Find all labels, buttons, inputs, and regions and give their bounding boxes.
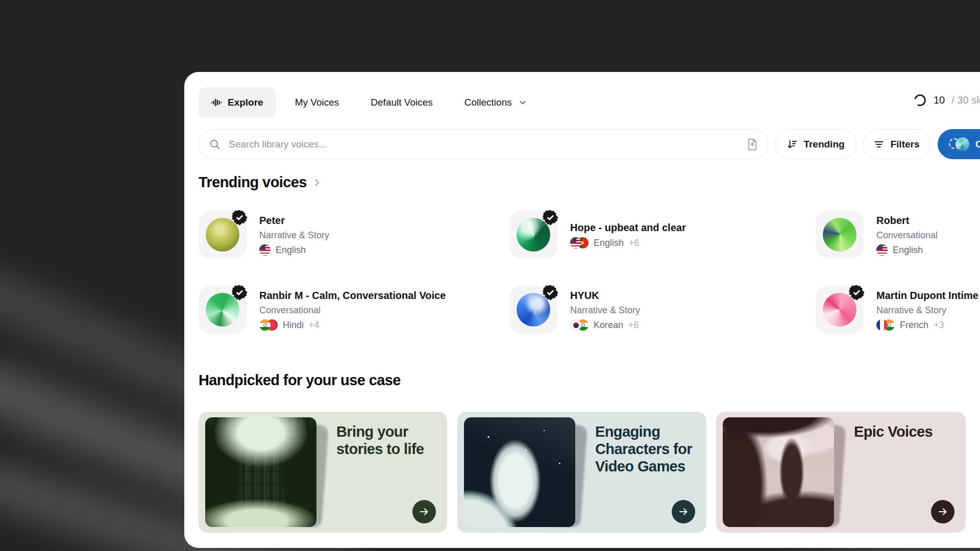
flag-group (570, 237, 589, 248)
voice-language: Hindi (283, 320, 304, 331)
astronaut-illustration (464, 417, 575, 527)
tab-my-voices[interactable]: My Voices (283, 87, 352, 118)
voice-language-row: English (876, 244, 938, 256)
voice-category: Narrative & Story (570, 305, 640, 316)
tab-label: My Voices (295, 97, 339, 108)
search-bar (199, 129, 768, 159)
voice-card-hyuk[interactable]: HYUK Narrative & Story Korean +6 (509, 286, 803, 335)
voice-card-martin[interactable]: Martin Dupont Intime Narrative & Story F… (816, 286, 980, 335)
voice-library-panel: Explore My Voices Default Voices Collect… (184, 72, 980, 548)
warrior-dragon-illustration (723, 417, 834, 527)
voice-category: Narrative & Story (876, 305, 978, 316)
flag-in-icon (259, 319, 271, 331)
library-illustration (205, 417, 316, 527)
voice-language: Korean (594, 320, 623, 331)
filters-button-label: Filters (890, 139, 919, 150)
voice-extra-languages: +4 (309, 320, 320, 331)
flag-us-icon (570, 237, 581, 248)
verified-badge-icon (231, 284, 248, 301)
filters-button[interactable]: Filters (863, 129, 930, 159)
tab-collections[interactable]: Collections (452, 87, 539, 118)
arrow-right-button[interactable] (672, 500, 695, 523)
chevron-down-icon (519, 98, 527, 107)
flag-group (876, 319, 895, 331)
flag-us-icon (259, 244, 271, 256)
voice-avatar[interactable] (199, 286, 247, 334)
voice-language-row: Hindi +4 (259, 319, 446, 331)
flag-fr-icon (876, 319, 888, 331)
voice-avatar-art (823, 218, 856, 252)
filter-lines-icon (873, 139, 885, 150)
voice-category: Conversational (259, 305, 446, 316)
dashed-circle-pie-icon (949, 137, 969, 152)
trending-button-label: Trending (803, 139, 844, 150)
flag-kr-icon (570, 319, 581, 331)
tab-explore[interactable]: Explore (199, 87, 276, 118)
voice-category: Narrative & Story (259, 230, 329, 241)
tab-bar: Explore My Voices Default Voices Collect… (199, 87, 539, 118)
usecase-card-video-games[interactable]: Engaging Characters for Video Games (457, 412, 706, 533)
voice-name: Martin Dupont Intime (876, 290, 978, 302)
voice-language: English (893, 245, 923, 256)
flag-group (259, 319, 278, 331)
voice-name: Peter (259, 215, 329, 227)
slots-used: 10 (934, 94, 945, 106)
tab-label: Default Voices (371, 97, 432, 108)
usecase-card-stories[interactable]: Bring your stories to life (199, 412, 447, 533)
voice-name: HYUK (570, 290, 640, 302)
waveform-icon (211, 97, 222, 108)
voice-language-row: Korean +6 (570, 319, 640, 331)
usecase-card-epic-voices[interactable]: Epic Voices (716, 412, 966, 533)
usecase-card-title: Bring your stories to life (336, 423, 446, 458)
verified-badge-icon (231, 209, 248, 226)
voice-language-row: English (259, 244, 329, 256)
upload-document-icon[interactable] (746, 138, 758, 151)
section-title-text: Handpicked for your use case (199, 372, 401, 389)
search-icon (209, 139, 220, 150)
arrow-right-button[interactable] (412, 500, 436, 523)
flag-group (570, 319, 589, 331)
flag-group (259, 244, 271, 256)
voice-category: Conversational (876, 230, 938, 241)
verified-badge-icon (542, 209, 559, 226)
handpicked-heading: Handpicked for your use case (199, 372, 401, 389)
flag-us-icon (876, 244, 888, 256)
voice-extra-languages: +3 (934, 320, 944, 331)
voice-card-robert[interactable]: Robert Conversational English (816, 211, 980, 260)
create-button-label: Cr (975, 139, 980, 150)
trending-sort-button[interactable]: Trending (775, 129, 856, 159)
voice-extra-languages: +6 (628, 320, 639, 331)
trending-voices-heading: Trending voices (199, 174, 322, 191)
voice-name: Ranbir M - Calm, Conversational Voice (259, 290, 446, 302)
create-voice-button[interactable]: Cr (938, 129, 980, 159)
voice-language: French (900, 320, 928, 331)
voice-name: Hope - upbeat and clear (570, 222, 686, 234)
slots-total: / 30 slots (951, 94, 980, 106)
voice-avatar[interactable] (816, 286, 864, 334)
voice-slots-counter: 10 / 30 slots (913, 93, 980, 107)
search-input[interactable] (228, 138, 746, 151)
arrow-right-button[interactable] (931, 500, 954, 523)
usecase-card-title: Engaging Characters for Video Games (595, 423, 705, 475)
section-title-text: Trending voices (199, 174, 307, 191)
verified-badge-icon (542, 284, 559, 301)
voice-language-row: French +3 (876, 319, 978, 331)
app-window: Explore My Voices Default Voices Collect… (0, 0, 980, 551)
voice-card-peter[interactable]: Peter Narrative & Story English (199, 211, 492, 260)
voice-card-hope[interactable]: Hope - upbeat and clear English +6 (509, 211, 803, 260)
chevron-right-icon[interactable] (312, 178, 322, 188)
slots-progress-ring-icon (913, 93, 927, 107)
tab-label: Collections (464, 97, 512, 108)
voice-language-row: English +6 (570, 237, 686, 248)
voice-avatar[interactable] (509, 286, 557, 334)
voice-avatar[interactable] (816, 211, 864, 259)
voice-extra-languages: +6 (629, 238, 640, 248)
tab-default-voices[interactable]: Default Voices (358, 87, 445, 118)
sort-descending-icon (787, 139, 798, 150)
voice-language: English (276, 245, 306, 256)
voice-avatar[interactable] (199, 211, 247, 259)
flag-group (876, 244, 888, 256)
voice-avatar[interactable] (509, 211, 557, 259)
voice-card-ranbir[interactable]: Ranbir M - Calm, Conversational Voice Co… (199, 286, 492, 335)
verified-badge-icon (848, 284, 865, 301)
